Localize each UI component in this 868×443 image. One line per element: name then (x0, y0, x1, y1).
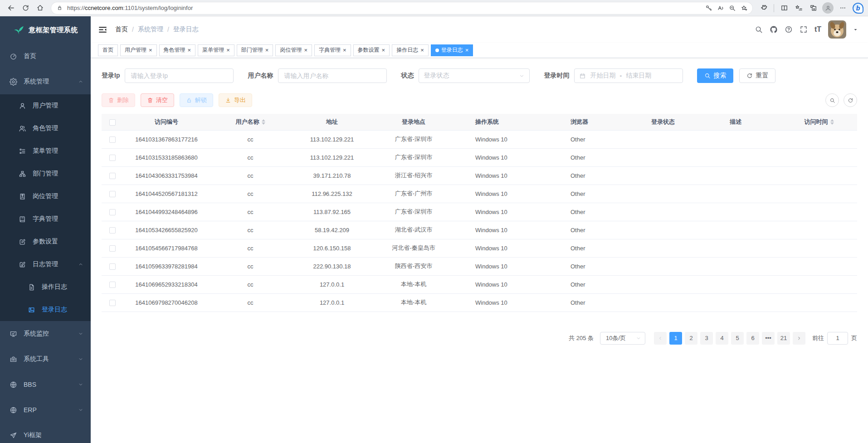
browser-more-icon[interactable] (836, 2, 849, 15)
goto-page-input[interactable] (827, 332, 848, 345)
login-ip-input[interactable] (125, 68, 234, 83)
page-button[interactable]: 1 (669, 332, 682, 345)
font-size-icon[interactable]: tT (814, 25, 821, 34)
login-time-range-picker[interactable]: 开始日期 - 结束日期 (574, 68, 683, 83)
tab-item[interactable]: 参数设置× (353, 44, 390, 56)
site-lock-icon[interactable] (56, 5, 63, 11)
password-key-icon[interactable] (703, 2, 715, 14)
sidebar-item[interactable]: 参数设置 (0, 230, 91, 253)
page-ellipsis[interactable]: ••• (762, 332, 775, 345)
sidebar-item[interactable]: ERP (0, 397, 91, 423)
address-bar[interactable]: https://ccnetcore.com:1101/system/log/lo… (51, 2, 753, 15)
reset-button[interactable]: 重置 (739, 68, 775, 83)
tab-close-icon[interactable]: × (226, 47, 230, 53)
row-checkbox[interactable] (109, 245, 116, 252)
sort-caret-icon[interactable] (830, 119, 834, 125)
user-name-input[interactable] (278, 68, 387, 83)
page-button[interactable]: 3 (700, 332, 713, 345)
tab-close-icon[interactable]: × (343, 47, 346, 53)
clear-button[interactable]: 清空 (141, 93, 174, 107)
tab-item[interactable]: 部门管理× (237, 44, 273, 56)
read-aloud-icon[interactable] (715, 2, 727, 14)
browser-home-icon[interactable] (34, 2, 46, 15)
sidebar-item[interactable]: 菜单管理 (0, 140, 91, 162)
export-button[interactable]: 导出 (219, 93, 252, 107)
tab-close-icon[interactable]: × (188, 47, 191, 53)
next-page-button[interactable] (793, 332, 805, 345)
tab-item[interactable]: 角色管理× (159, 44, 196, 56)
sidebar-item[interactable]: 系统工具 (0, 346, 91, 372)
tab-close-icon[interactable]: × (304, 47, 307, 53)
fullscreen-icon[interactable] (800, 25, 808, 34)
tab-item[interactable]: 用户管理× (120, 44, 157, 56)
prev-page-button[interactable] (654, 332, 667, 345)
page-button[interactable]: 21 (777, 332, 790, 345)
app-logo[interactable]: 意框架管理系统 (0, 16, 91, 44)
browser-refresh-icon[interactable] (19, 2, 32, 15)
row-checkbox[interactable] (109, 191, 116, 197)
sidebar-item[interactable]: 系统管理 (0, 69, 91, 94)
sidebar-item[interactable]: 字典管理 (0, 208, 91, 230)
row-checkbox[interactable] (109, 136, 116, 143)
sidebar-item[interactable]: BBS (0, 372, 91, 397)
select-all-checkbox[interactable] (109, 119, 116, 126)
favorites-icon[interactable] (792, 2, 805, 15)
column-header[interactable]: 访问时间 (781, 114, 857, 130)
search-button[interactable]: 搜索 (697, 68, 733, 83)
tab-item[interactable]: 菜单管理× (198, 44, 234, 56)
tab-close-icon[interactable]: × (420, 47, 424, 53)
split-screen-icon[interactable] (778, 2, 790, 15)
tab-item[interactable]: 岗位管理× (275, 44, 312, 56)
add-favorite-star-icon[interactable] (738, 2, 750, 14)
breadcrumb-item[interactable]: 首页 (115, 25, 128, 34)
sidebar-item[interactable]: 部门管理 (0, 162, 91, 185)
tab-close-icon[interactable]: × (465, 47, 469, 53)
sidebar-item[interactable]: Yi框架 (0, 423, 91, 443)
row-checkbox[interactable] (109, 300, 116, 306)
row-checkbox[interactable] (109, 155, 116, 161)
page-button[interactable]: 6 (746, 332, 759, 345)
show-search-toggle-button[interactable] (825, 93, 839, 107)
unlock-button[interactable]: 解锁 (180, 93, 213, 107)
copilot-icon[interactable]: b (853, 3, 863, 14)
page-button[interactable]: 2 (685, 332, 697, 345)
sidebar-item[interactable]: 角色管理 (0, 117, 91, 140)
delete-button[interactable]: 删除 (102, 93, 135, 107)
sidebar-item[interactable]: 首页 (0, 44, 91, 69)
sidebar-item[interactable]: 岗位管理 (0, 185, 91, 208)
tab-close-icon[interactable]: × (265, 47, 269, 53)
tab-active[interactable]: 登录日志× (431, 44, 473, 56)
browser-back-icon[interactable] (5, 2, 17, 15)
sort-caret-icon[interactable] (262, 119, 265, 125)
page-size-select[interactable]: 10条/页 (600, 332, 645, 345)
collections-icon[interactable] (807, 2, 819, 15)
header-search-icon[interactable] (755, 25, 763, 34)
row-checkbox[interactable] (109, 173, 116, 179)
help-icon[interactable] (785, 25, 793, 34)
refresh-table-button[interactable] (844, 93, 857, 107)
sidebar-collapse-icon[interactable] (98, 25, 107, 34)
column-header[interactable]: 用户名称 (210, 114, 291, 130)
extensions-icon[interactable] (757, 2, 770, 15)
user-avatar[interactable] (828, 20, 846, 39)
row-checkbox[interactable] (109, 209, 116, 215)
tab-item[interactable]: 首页 (98, 44, 118, 56)
row-checkbox[interactable] (109, 263, 116, 270)
page-button[interactable]: 4 (716, 332, 728, 345)
tab-close-icon[interactable]: × (382, 47, 385, 53)
page-button[interactable]: 5 (731, 332, 744, 345)
status-select[interactable]: 登录状态 (419, 68, 530, 83)
zoom-out-icon[interactable] (727, 2, 738, 14)
row-checkbox[interactable] (109, 282, 116, 288)
tab-item[interactable]: 字典管理× (314, 44, 351, 56)
tab-close-icon[interactable]: × (149, 47, 152, 53)
sidebar-item[interactable]: 日志管理 (0, 253, 91, 276)
sidebar-item[interactable]: 系统监控 (0, 321, 91, 346)
sidebar-item[interactable]: 登录日志 (0, 298, 91, 321)
row-checkbox[interactable] (109, 227, 116, 234)
sidebar-item[interactable]: 用户管理 (0, 94, 91, 117)
sidebar-item[interactable]: 操作日志 (0, 276, 91, 298)
github-icon[interactable] (770, 25, 778, 34)
browser-profile-avatar[interactable] (822, 2, 834, 14)
tab-item[interactable]: 操作日志× (392, 44, 429, 56)
